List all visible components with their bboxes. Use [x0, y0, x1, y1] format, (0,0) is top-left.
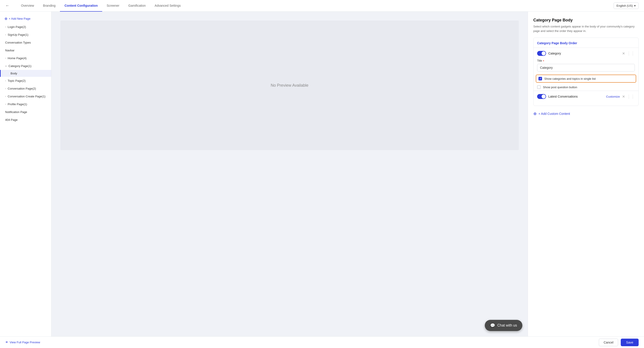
chevron-down-icon: ▾ — [634, 4, 636, 7]
tab-branding[interactable]: Branding — [38, 0, 60, 12]
sidebar-item-conversation-create-page[interactable]: › Conversation Create Page(1) — [0, 92, 51, 100]
title-field-label: Title • — [537, 59, 635, 63]
order-card: Category Page Body Order Category ✕ ⋮⋮ T… — [533, 37, 639, 106]
sidebar-item-navbar[interactable]: Navbar — [0, 46, 51, 54]
tab-screener[interactable]: Screener — [102, 0, 124, 12]
sidebar-item-profile-page[interactable]: › Profile Page(1) — [0, 100, 51, 108]
chat-icon: 💬 — [490, 323, 495, 328]
bottom-bar: 👁 View Full Page Preview Cancel Save — [0, 336, 644, 348]
category-toggle[interactable] — [537, 51, 546, 56]
tab-gamification[interactable]: Gamification — [124, 0, 150, 12]
latest-conversations-drag-icon[interactable]: ⋮⋮ — [627, 94, 635, 99]
preview-placeholder: No Preview Available — [60, 20, 519, 150]
plus-icon: ⊕ — [4, 16, 8, 21]
title-input[interactable] — [537, 64, 635, 71]
latest-conversations-close-icon[interactable]: ✕ — [622, 94, 625, 99]
category-item-actions: ✕ ⋮⋮ — [622, 51, 635, 56]
chevron-right-icon: › — [5, 80, 6, 82]
sidebar-item-conversation-page[interactable]: › Conversation Page(2) — [0, 85, 51, 92]
panel-title: Category Page Body — [533, 18, 639, 22]
save-button[interactable]: Save — [621, 339, 639, 346]
add-custom-content-button[interactable]: ⊕ + Add Custom Content — [533, 109, 639, 118]
latest-conversations-toggle[interactable] — [537, 94, 546, 99]
chevron-down-icon: ∨ — [5, 65, 7, 67]
chevron-right-icon: › — [5, 33, 6, 36]
cancel-button[interactable]: Cancel — [599, 339, 618, 346]
tab-content-configuration[interactable]: Content Configuration — [60, 0, 102, 12]
view-full-page-preview-button[interactable]: 👁 View Full Page Preview — [5, 341, 40, 344]
latest-conversations-row: Latest Conversations Customize ✕ ⋮⋮ — [534, 91, 638, 102]
sidebar-item-home-page[interactable]: › Home Page(4) — [0, 54, 51, 62]
customize-link[interactable]: Customize — [606, 95, 620, 98]
chevron-right-icon: › — [5, 95, 6, 98]
sidebar-item-category-page[interactable]: ∨ Category Page(1) — [0, 62, 51, 70]
sidebar: ⊕ + Add New Page › Login Page(2) › SignU… — [0, 12, 52, 336]
sidebar-item-notification-page[interactable]: Notification Page — [0, 108, 51, 116]
show-categories-checkbox[interactable] — [538, 77, 542, 80]
latest-conversations-actions: ✕ ⋮⋮ — [622, 94, 635, 99]
sidebar-item-conversation-types[interactable]: Conversation Types — [0, 39, 51, 46]
sidebar-item-signup-page[interactable]: › SignUp Page(1) — [0, 31, 51, 39]
show-categories-checkbox-row: Show categories and topics in single lis… — [536, 75, 636, 83]
top-nav: ← Overview Branding Content Configuratio… — [0, 0, 644, 12]
tab-overview[interactable]: Overview — [16, 0, 38, 12]
required-indicator: • — [543, 59, 544, 63]
category-drag-icon[interactable]: ⋮⋮ — [627, 51, 635, 56]
category-item-label: Category — [548, 52, 620, 55]
show-categories-label: Show categories and topics in single lis… — [544, 77, 596, 80]
category-item-row: Category ✕ ⋮⋮ — [534, 48, 638, 59]
chevron-right-icon: › — [5, 103, 6, 105]
chat-with-us-button[interactable]: 💬 Chat with us — [485, 320, 522, 331]
title-field-row: Title • — [534, 59, 638, 75]
order-card-title: Category Page Body Order — [534, 41, 638, 48]
tab-advanced-settings[interactable]: Advanced Settings — [150, 0, 185, 12]
sidebar-sub-item-body[interactable]: Body — [0, 70, 51, 77]
back-button[interactable]: ← — [5, 3, 10, 8]
latest-conversations-label: Latest Conversations — [548, 95, 604, 98]
show-post-question-label: Show post question button — [543, 86, 577, 89]
chevron-right-icon: › — [5, 57, 6, 59]
add-custom-plus-icon: ⊕ — [533, 111, 537, 116]
preview-area: No Preview Available 💬 Chat with us — [52, 12, 528, 336]
chevron-right-icon: › — [5, 87, 6, 90]
nav-tabs: Overview Branding Content Configuration … — [16, 0, 614, 12]
main-layout: ⊕ + Add New Page › Login Page(2) › SignU… — [0, 12, 644, 336]
eye-icon: 👁 — [5, 341, 8, 344]
show-post-question-checkbox[interactable] — [537, 85, 541, 89]
language-selector[interactable]: English (US) ▾ — [614, 2, 639, 9]
bottom-actions: Cancel Save — [599, 339, 639, 346]
sidebar-item-login-page[interactable]: › Login Page(2) — [0, 23, 51, 31]
category-close-icon[interactable]: ✕ — [622, 51, 625, 56]
sidebar-item-404-page[interactable]: 404 Page — [0, 116, 51, 124]
show-post-question-checkbox-row: Show post question button — [534, 84, 638, 91]
chevron-right-icon: › — [5, 26, 6, 28]
sidebar-item-topic-page[interactable]: › Topic Page(2) — [0, 77, 51, 85]
add-new-page-button[interactable]: ⊕ + Add New Page — [0, 14, 51, 23]
right-panel: Category Page Body Select which content … — [528, 12, 644, 336]
panel-description: Select which content gadgets appear in t… — [533, 24, 639, 33]
